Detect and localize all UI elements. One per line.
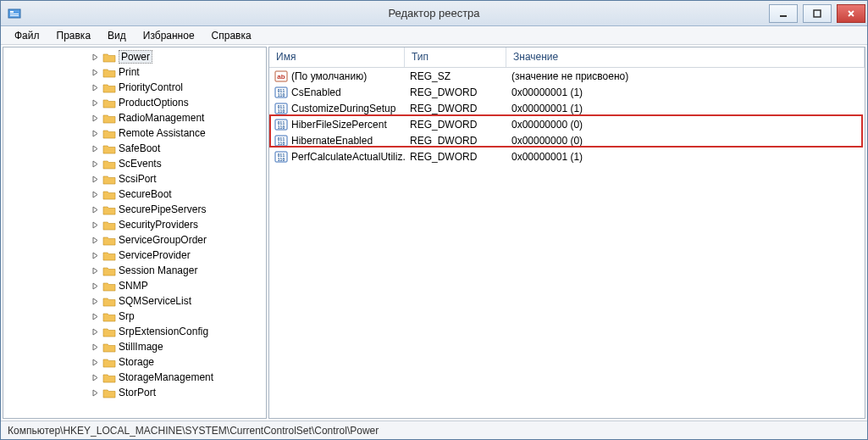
tree-item[interactable]: Remote Assistance [88, 125, 266, 141]
tree-item[interactable]: PriorityControl [88, 80, 266, 95]
expand-icon[interactable] [90, 220, 100, 230]
expand-icon[interactable] [90, 296, 100, 306]
tree-item[interactable]: ServiceProvider [88, 248, 266, 263]
tree-item[interactable]: StorageManagement [88, 370, 266, 385]
menu-view[interactable]: Вид [99, 28, 135, 43]
tree-item[interactable]: SecureBoot [88, 187, 266, 202]
folder-icon [102, 281, 116, 292]
expand-icon[interactable] [90, 372, 100, 382]
folder-icon [102, 372, 116, 383]
expand-icon[interactable] [90, 357, 100, 367]
expand-icon[interactable] [90, 281, 100, 291]
expand-icon[interactable] [90, 265, 100, 276]
expand-icon[interactable] [90, 67, 100, 77]
list-row[interactable]: CsEnabledREG_DWORD0x00000001 (1) [269, 85, 865, 100]
cell-name: (По умолчанию) [269, 70, 405, 83]
minimize-button[interactable] [769, 4, 798, 23]
list-row[interactable]: PerfCalculateActualUtiliz...REG_DWORD0x0… [269, 149, 865, 164]
folder-icon [102, 128, 116, 139]
tree-item[interactable]: Storage [88, 354, 266, 370]
list-panel[interactable]: Имя Тип Значение (По умолчанию)REG_SZ(зн… [268, 47, 865, 419]
column-header-value[interactable]: Значение [506, 47, 865, 67]
tree-item[interactable]: SecurePipeServers [88, 202, 266, 217]
menu-file[interactable]: Файл [6, 28, 48, 43]
cell-value: 0x00000001 (1) [506, 86, 865, 98]
tree-item[interactable]: ScsiPort [88, 171, 266, 187]
column-header-type[interactable]: Тип [405, 47, 506, 67]
window-title: Редактор реестра [1, 7, 867, 19]
svg-rect-1 [10, 11, 14, 13]
menu-help[interactable]: Справка [203, 28, 260, 43]
tree-item-label: Storage [119, 356, 154, 368]
menu-favorites[interactable]: Избранное [135, 28, 203, 43]
list-row[interactable]: HiberFileSizePercentREG_DWORD0x00000000 … [269, 117, 865, 132]
tree-item[interactable]: Power [88, 49, 266, 64]
list-row[interactable]: HibernateEnabledREG_DWORD0x00000000 (0) [269, 133, 865, 148]
expand-icon[interactable] [90, 143, 100, 153]
expand-icon[interactable] [90, 174, 100, 184]
tree-item[interactable]: Session Manager [88, 263, 266, 278]
folder-icon [102, 67, 116, 78]
tree-item[interactable]: ServiceGroupOrder [88, 232, 266, 248]
list-row[interactable]: (По умолчанию)REG_SZ(значение не присвое… [269, 69, 865, 84]
expand-icon[interactable] [90, 326, 100, 337]
cell-value: 0x00000001 (1) [506, 103, 865, 114]
tree-item-label: SecurityProviders [119, 219, 198, 231]
tree-item[interactable]: ProductOptions [88, 95, 266, 110]
statusbar: Компьютер\HKEY_LOCAL_MACHINE\SYSTEM\Curr… [1, 421, 867, 439]
folder-icon [102, 113, 116, 124]
value-name: (По умолчанию) [291, 70, 367, 82]
folder-icon [102, 159, 116, 170]
expand-icon[interactable] [90, 387, 100, 398]
folder-icon [102, 311, 116, 322]
close-button[interactable] [837, 4, 865, 23]
tree-item[interactable]: StorPort [88, 385, 266, 400]
expand-icon[interactable] [90, 204, 100, 214]
value-name: CustomizeDuringSetup [291, 103, 395, 114]
expand-icon[interactable] [90, 97, 100, 108]
expand-icon[interactable] [90, 113, 100, 123]
tree-panel[interactable]: PowerPrintPriorityControlProductOptionsR… [3, 47, 267, 419]
expand-icon[interactable] [90, 52, 100, 62]
column-header-name[interactable]: Имя [269, 47, 405, 67]
cell-name: PerfCalculateActualUtiliz... [269, 150, 405, 164]
tree-item[interactable]: StillImage [88, 339, 266, 354]
folder-icon [102, 250, 116, 261]
tree-item[interactable]: RadioManagement [88, 110, 266, 125]
titlebar[interactable]: Редактор реестра [1, 1, 867, 26]
tree-item[interactable]: SafeBoot [88, 141, 266, 156]
content-area: PowerPrintPriorityControlProductOptionsR… [1, 45, 867, 421]
expand-icon[interactable] [90, 311, 100, 321]
tree-item-label: SecurePipeServers [119, 203, 206, 215]
value-name: PerfCalculateActualUtiliz... [291, 151, 405, 163]
expand-icon[interactable] [90, 250, 100, 260]
expand-icon[interactable] [90, 159, 100, 169]
tree-item-label: Print [119, 66, 140, 78]
app-icon [8, 7, 21, 20]
folder-icon [102, 82, 116, 93]
tree-item[interactable]: SrpExtensionConfig [88, 324, 266, 339]
cell-value: 0x00000000 (0) [506, 119, 865, 131]
menu-edit[interactable]: Правка [48, 28, 100, 43]
folder-icon [102, 220, 116, 231]
list-row[interactable]: CustomizeDuringSetupREG_DWORD0x00000001 … [269, 101, 865, 116]
folder-icon [102, 204, 116, 215]
tree-item[interactable]: SQMServiceList [88, 293, 266, 309]
tree-item-label: SecureBoot [119, 188, 172, 200]
tree-item[interactable]: SNMP [88, 278, 266, 293]
tree-item-label: ServiceGroupOrder [119, 234, 207, 246]
tree-item[interactable]: Srp [88, 309, 266, 324]
expand-icon[interactable] [90, 128, 100, 138]
tree-item[interactable]: ScEvents [88, 156, 266, 171]
maximize-button[interactable] [803, 4, 832, 23]
tree-item[interactable]: Print [88, 64, 266, 80]
reg-dword-icon [274, 118, 288, 131]
expand-icon[interactable] [90, 342, 100, 352]
list-body: (По умолчанию)REG_SZ(значение не присвое… [269, 68, 865, 418]
expand-icon[interactable] [90, 82, 100, 92]
cell-name: CustomizeDuringSetup [269, 102, 405, 115]
expand-icon[interactable] [90, 235, 100, 245]
svg-rect-3 [10, 15, 19, 16]
tree-item[interactable]: SecurityProviders [88, 217, 266, 232]
expand-icon[interactable] [90, 189, 100, 199]
